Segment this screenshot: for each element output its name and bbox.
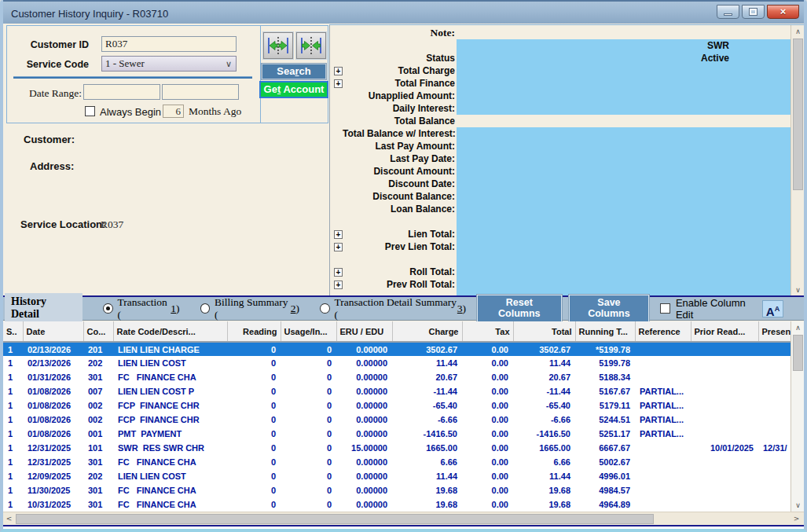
always-begin-checkbox[interactable] xyxy=(85,106,95,116)
column-header-runningt[interactable]: Running T... xyxy=(575,321,635,342)
column-header-s[interactable]: S.. xyxy=(3,321,23,342)
table-cell: FC FINANCE CHA xyxy=(113,497,227,512)
table-cell: 5179.11 xyxy=(575,398,635,413)
note-scrollbar[interactable]: ∧ ∨ xyxy=(790,25,804,296)
table-row[interactable]: 101/08/2026002FCP FINANCE CHR000.00000-6… xyxy=(3,398,790,413)
scroll-down-icon[interactable]: ∨ xyxy=(791,284,805,296)
radio-billing-summary[interactable]: Billing Summary (2) xyxy=(200,296,299,321)
table-cell: 0.00000 xyxy=(336,384,392,398)
expand-panels-button[interactable] xyxy=(263,32,293,59)
note-row-label: Note: xyxy=(343,27,455,39)
get-account-button[interactable]: Get Account xyxy=(259,81,328,98)
table-cell: 19.68 xyxy=(513,497,575,512)
restore-icon xyxy=(750,9,757,15)
table-cell: 0 xyxy=(281,384,336,398)
table-row[interactable]: 101/08/2026001PMT PAYMENT000.00000-1416.… xyxy=(3,427,790,441)
service-code-select[interactable]: 1 - Sewer ∨ xyxy=(101,56,237,72)
table-cell xyxy=(635,441,691,455)
note-scrollbar-thumb[interactable] xyxy=(793,39,803,190)
column-header-tax[interactable]: Tax xyxy=(462,321,513,342)
table-row[interactable]: 112/09/2025202LIEN LIEN COST000.0000011.… xyxy=(3,469,790,483)
title-bar[interactable]: Customer History Inquiry - R03710 × xyxy=(0,0,807,24)
table-cell: 0.00000 xyxy=(336,413,392,427)
enable-column-edit[interactable]: Enable Column Edit xyxy=(660,297,762,321)
save-columns-button[interactable]: Save Columns xyxy=(569,295,650,322)
close-button[interactable]: × xyxy=(767,5,799,19)
table-cell: -1416.50 xyxy=(392,427,462,441)
window-title: Customer History Inquiry - R03710 xyxy=(11,8,168,20)
table-row[interactable]: 112/31/2025101SWR RES SWR CHR0015.000001… xyxy=(3,441,790,455)
table-row[interactable]: 101/08/2026002FCP FINANCE CHR000.00000-6… xyxy=(3,413,790,427)
table-cell xyxy=(691,384,758,398)
table-row[interactable]: 102/13/2026202LIEN LIEN COST000.0000011.… xyxy=(3,356,790,370)
table-cell: 007 xyxy=(83,384,113,398)
collapse-panels-button[interactable] xyxy=(296,32,326,59)
note-row-label: Daily Interest: xyxy=(343,103,455,114)
radio-transaction-detail-summary[interactable]: Transaction Detail Summary (3) xyxy=(320,296,466,321)
table-cell: 0 xyxy=(281,455,336,469)
expand-plus-icon[interactable]: + xyxy=(334,268,343,277)
column-header-priorread[interactable]: Prior Read... xyxy=(691,321,758,342)
date-to-input[interactable] xyxy=(162,84,239,100)
column-header-date[interactable]: Date xyxy=(23,321,83,342)
expand-plus-icon[interactable]: + xyxy=(334,230,343,239)
table-row[interactable]: 101/31/2026301FC FINANCE CHA000.0000020.… xyxy=(3,370,790,384)
restore-button[interactable] xyxy=(742,5,765,19)
scroll-right-icon[interactable]: > xyxy=(790,512,802,525)
table-row[interactable]: 112/31/2025301FC FINANCE CHA000.000006.6… xyxy=(3,455,790,469)
table-row[interactable]: 102/13/2026201LIEN LIEN CHARGE000.000003… xyxy=(3,342,790,356)
column-header-eruedu[interactable]: ERU / EDU xyxy=(336,321,392,342)
radio-icon xyxy=(200,303,211,314)
column-header-reading[interactable]: Reading xyxy=(227,321,281,342)
table-cell: 0.00000 xyxy=(336,469,392,483)
radio-transaction-label-end: ) xyxy=(176,303,180,315)
table-vertical-scrollbar[interactable]: ∧ ∨ xyxy=(790,321,804,512)
column-header-charge[interactable]: Charge xyxy=(392,321,462,342)
expand-plus-icon[interactable]: + xyxy=(334,67,343,75)
customer-id-input[interactable] xyxy=(101,36,237,52)
table-cell: 6.66 xyxy=(392,455,462,469)
table-cell xyxy=(758,455,790,469)
column-header-total[interactable]: Total xyxy=(513,321,575,342)
font-size-button[interactable]: AA xyxy=(762,300,783,317)
table-hscrollbar-thumb[interactable] xyxy=(16,514,654,524)
table-row[interactable]: 110/31/2025301FC FINANCE CHA000.0000019.… xyxy=(3,497,790,512)
scroll-down-icon[interactable]: ∨ xyxy=(791,499,805,512)
table-cell: 0.00 xyxy=(462,497,513,512)
table-cell: 201 xyxy=(83,342,113,356)
table-row[interactable]: 111/30/2025301FC FINANCE CHA000.0000019.… xyxy=(3,483,790,497)
note-row: +Prev Lien Total: xyxy=(330,240,790,253)
table-cell: 0 xyxy=(227,469,281,483)
table-row[interactable]: 101/08/2026007LIEN LIEN COST P000.00000-… xyxy=(3,384,790,398)
table-cell: 01/08/2026 xyxy=(23,413,83,427)
table-cell: 1 xyxy=(3,427,23,441)
scroll-up-icon[interactable]: ∧ xyxy=(791,25,805,38)
search-button[interactable]: Search xyxy=(262,64,326,79)
enable-column-edit-checkbox[interactable] xyxy=(660,303,670,314)
expand-plus-icon[interactable]: + xyxy=(334,79,343,88)
radio-transaction[interactable]: Transaction (1) xyxy=(103,296,179,321)
table-horizontal-scrollbar[interactable]: < > xyxy=(3,512,804,525)
column-header-ratecodedescri[interactable]: Rate Code/Descri... xyxy=(113,321,227,342)
column-header-reference[interactable]: Reference xyxy=(635,321,691,342)
table-scrollbar-thumb[interactable] xyxy=(793,335,803,371)
column-header-presen[interactable]: Presen xyxy=(758,321,790,342)
table-cell: 12/09/2025 xyxy=(23,469,83,483)
table-cell: 0.00 xyxy=(462,342,513,356)
column-header-co[interactable]: Co... xyxy=(83,321,113,342)
table-cell: 0 xyxy=(281,413,336,427)
scroll-up-icon[interactable]: ∧ xyxy=(791,321,805,334)
minimize-button[interactable] xyxy=(717,5,739,19)
reset-columns-button[interactable]: Reset Columns xyxy=(477,295,561,322)
expand-plus-icon[interactable]: + xyxy=(334,243,343,251)
table-cell: 1 xyxy=(3,356,23,370)
table-cell: 02/13/2026 xyxy=(23,342,83,356)
date-from-input[interactable] xyxy=(83,84,160,100)
expand-plus-icon[interactable]: + xyxy=(334,281,343,289)
scroll-left-icon[interactable]: < xyxy=(3,512,15,525)
column-header-usagein[interactable]: Usage/In... xyxy=(281,321,336,342)
close-icon: × xyxy=(768,6,798,17)
months-ago-input[interactable] xyxy=(163,105,184,118)
font-size-icon-small: A xyxy=(775,305,780,313)
table-cell: 301 xyxy=(83,370,113,384)
